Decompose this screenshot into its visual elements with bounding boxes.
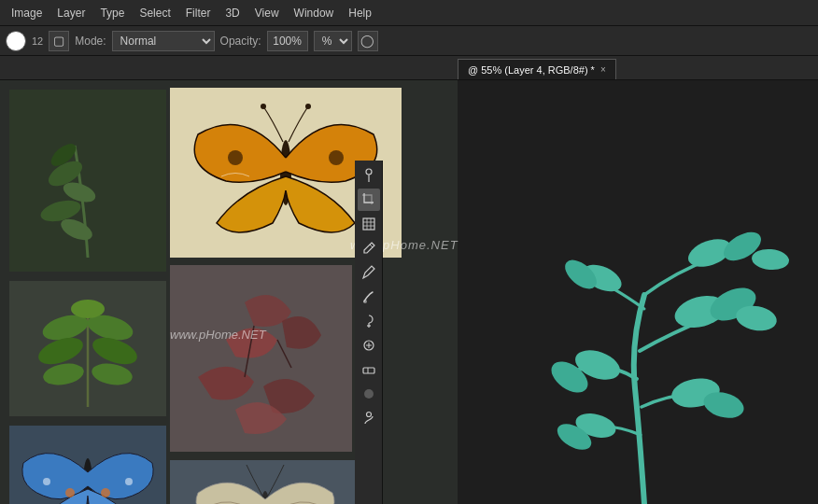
menu-help[interactable]: Help (341, 3, 379, 23)
crop-tool-btn[interactable] (358, 189, 380, 211)
brush-size-label: 12 (32, 35, 43, 47)
menu-type[interactable]: Type (92, 3, 132, 23)
right-panel (458, 80, 818, 504)
svg-point-56 (751, 247, 790, 271)
blend-mode-select[interactable]: Normal Dissolve Multiply Screen Overlay (112, 31, 215, 51)
main-area: www.pHome.NET (0, 80, 818, 504)
svg-point-0 (366, 169, 372, 175)
pencil-tool-btn[interactable] (358, 261, 380, 284)
mode-label: Mode: (75, 35, 106, 48)
stamp-tool-btn[interactable] (358, 310, 380, 332)
svg-point-42 (101, 488, 110, 497)
brush-type-button[interactable]: ▢ (49, 31, 69, 51)
toolbar: 12 ▢ Mode: Normal Dissolve Multiply Scre… (0, 26, 818, 56)
menu-view[interactable]: View (247, 3, 287, 23)
menu-window[interactable]: Window (287, 3, 342, 23)
svg-point-21 (228, 150, 243, 165)
svg-point-7 (363, 300, 367, 303)
menu-3d[interactable]: 3D (218, 3, 247, 23)
opacity-unit-select[interactable]: % (314, 31, 352, 51)
always-use-pressure-button[interactable]: ◯ (358, 31, 378, 51)
image-leaves-green (9, 281, 166, 416)
image-butterfly-blue (9, 426, 166, 504)
svg-point-23 (261, 104, 266, 109)
opacity-input[interactable] (267, 31, 308, 51)
canvas-area[interactable]: www.pHome.NET (0, 80, 458, 504)
eraser-tool-btn[interactable] (358, 358, 380, 381)
menu-bar: Image Layer Type Select Filter 3D View W… (0, 0, 818, 26)
image-moth (170, 460, 361, 504)
menu-layer[interactable]: Layer (49, 3, 92, 23)
plant-illustration (458, 80, 818, 504)
svg-rect-33 (61, 281, 115, 295)
tab-label: @ 55% (Layer 4, RGB/8#) * (468, 64, 595, 76)
dodge-tool-btn[interactable] (358, 407, 380, 429)
svg-point-12 (366, 413, 371, 417)
svg-point-41 (65, 488, 75, 497)
menu-select[interactable]: Select (132, 3, 177, 23)
opacity-label: Opacity: (220, 35, 261, 48)
svg-point-39 (43, 478, 50, 485)
svg-point-32 (71, 300, 105, 318)
svg-point-11 (364, 389, 374, 399)
frame-tool-btn[interactable] (358, 213, 380, 235)
tab-bar: @ 55% (Layer 4, RGB/8#) * × (0, 56, 818, 80)
toolbox (355, 161, 383, 504)
eyedropper-tool-btn[interactable] (358, 164, 380, 187)
svg-rect-9 (363, 368, 374, 373)
document-tab[interactable]: @ 55% (Layer 4, RGB/8#) * × (458, 59, 616, 79)
svg-point-24 (305, 104, 311, 109)
image-plant-stem (9, 90, 166, 272)
menu-filter[interactable]: Filter (178, 3, 219, 23)
brush-preview (6, 31, 26, 51)
smudge-tool-btn[interactable] (358, 383, 380, 405)
healing-tool-btn[interactable] (358, 334, 380, 357)
image-leaves-red (170, 265, 352, 452)
svg-point-22 (329, 150, 344, 165)
eyedropper2-tool-btn[interactable] (358, 237, 380, 259)
tab-close-button[interactable]: × (600, 64, 606, 75)
svg-point-40 (125, 478, 133, 485)
svg-rect-2 (363, 218, 374, 230)
brush-tool-btn[interactable] (358, 286, 380, 308)
menu-image[interactable]: Image (4, 3, 49, 23)
